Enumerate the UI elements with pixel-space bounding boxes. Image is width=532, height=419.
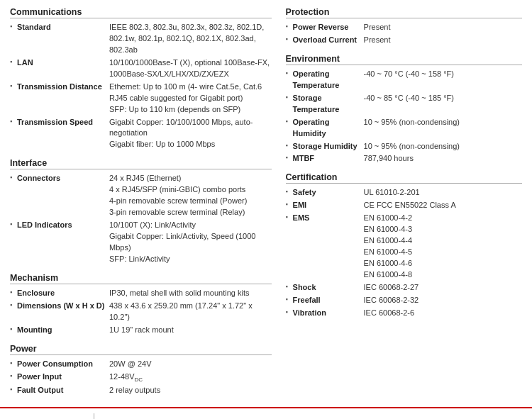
storage-temp-value: -40 ~ 85 °C (-40 ~ 185 °F) [364,92,522,116]
mechanism-table: ▪ Enclosure IP30, metal shell with solid… [10,287,272,337]
bullet: ▪ [286,307,293,320]
row-label: Dimensions (W x H x D) [17,300,109,324]
section-title-power: Power [10,344,272,355]
table-row: ▪ Enclosure IP30, metal shell with solid… [10,287,272,300]
table-row: ▪ Transmission Distance Ethernet: Up to … [10,81,272,116]
safety-label: Safety [293,186,364,199]
table-row: ▪ Standard IEEE 802.3, 802.3u, 802.3x, 8… [10,21,272,57]
operating-temp-label: Operating Temperature [293,68,364,92]
ems-value: EN 61000-4-2 EN 61000-4-3 EN 61000-4-4 E… [364,212,522,281]
table-row: ▪ Mounting 1U 19" rack mount [10,324,272,337]
row-label: Overload Current [293,34,364,47]
row-value: 438 x 43.6 x 259.20 mm (17.24" x 1.72" x… [109,300,272,324]
section-title-interface: Interface [10,158,272,169]
storage-temp-label: Storage Temperature [293,92,364,116]
operating-humidity-label: Operating Humidity [293,116,364,140]
bullet: ▪ [10,371,17,385]
certification-table: ▪ Safety UL 61010-2-201 ▪ EMI CE FCC EN5… [286,186,522,319]
bullet: ▪ [286,199,293,212]
shock-value: IEC 60068-2-27 [364,281,522,294]
bullet: ▪ [286,212,293,281]
footer-divider [94,413,94,419]
bullet: ▪ [10,287,17,300]
shock-label: Shock [293,281,364,294]
safety-value: UL 61010-2-201 [364,186,522,199]
table-row: ▪ Vibration IEC 60068-2-6 [286,307,522,320]
table-row: ▪ Overload Current Present [286,34,522,47]
table-row: ▪ Power Input 12-48VDC [10,371,272,385]
power-table: ▪ Power Consumption 20W @ 24V ▪ Power In… [10,358,272,398]
row-label: Mounting [17,324,109,337]
table-row: ▪ Power Consumption 20W @ 24V [10,358,272,371]
section-title-certification: Certification [286,172,522,184]
bullet: ▪ [10,116,17,152]
row-value: 1U 19" rack mount [109,324,272,337]
fault-output-value: 2 relay outputs [109,384,272,397]
operating-humidity-value: 10 ~ 95% (non-condensing) [364,116,522,140]
row-value: 10/100T (X): Link/Activity Gigabit Coppe… [109,219,272,266]
power-consumption-label: Power Consumption [17,358,109,371]
row-value: Present [364,34,522,47]
freefall-value: IEC 60068-2-32 [364,294,522,307]
bullet: ▪ [10,219,17,266]
row-label: Enclosure [17,287,109,300]
bullet: ▪ [286,140,293,153]
bullet: ▪ [286,92,293,116]
storage-humidity-label: Storage Humidity [293,140,364,153]
mtbf-value: 787,940 hours [364,152,522,165]
bullet: ▪ [286,116,293,140]
bullet: ▪ [10,172,17,219]
bullet: ▪ [10,300,17,324]
power-input-sub: DC [134,376,143,383]
row-label: Power Reverse [293,21,364,34]
bullet: ▪ [286,281,293,294]
bullet: ▪ [10,384,17,397]
operating-temp-value: -40 ~ 70 °C (-40 ~ 158 °F) [364,68,522,92]
bullet: ▪ [286,34,293,47]
emi-label: EMI [293,199,364,212]
row-value: 24 x RJ45 (Ethernet) 4 x RJ45/SFP (mini-… [109,172,272,219]
power-input-label: Power Input [17,371,109,385]
bullet: ▪ [286,186,293,199]
row-value: Gigabit Copper: 10/100/1000 Mbps, auto-n… [109,116,272,152]
table-row: ▪ Storage Humidity 10 ~ 95% (non-condens… [286,140,522,153]
table-row: ▪ EMS EN 61000-4-2 EN 61000-4-3 EN 61000… [286,212,522,281]
ems-label: EMS [293,212,364,281]
row-value: IEEE 802.3, 802.3u, 802.3x, 802.3z, 802.… [109,21,272,57]
bullet: ▪ [286,152,293,165]
table-row: ▪ Dimensions (W x H x D) 438 x 43.6 x 25… [10,300,272,324]
table-row: ▪ Operating Temperature -40 ~ 70 °C (-40… [286,68,522,92]
row-label: LAN [17,57,109,81]
bullet: ▪ [286,21,293,34]
storage-humidity-value: 10 ~ 95% (non-condensing) [364,140,522,153]
table-row: ▪ Operating Humidity 10 ~ 95% (non-conde… [286,116,522,140]
table-row: ▪ EMI CE FCC EN55022 Class A [286,199,522,212]
row-value: IP30, metal shell with solid mounting ki… [109,287,272,300]
vibration-value: IEC 60068-2-6 [364,307,522,320]
bullet: ▪ [10,81,17,116]
table-row: ▪ LAN 10/100/1000Base-T (X), optional 10… [10,57,272,81]
section-title-protection: Protection [286,7,522,18]
bullet: ▪ [286,68,293,92]
left-column: Communications ▪ Standard IEEE 802.3, 80… [10,7,272,397]
footer: AD▲ANTECH Industrial Ethernet Soultions [0,407,532,419]
row-label: Standard [17,21,109,57]
bullet: ▪ [10,358,17,371]
mtbf-label: MTBF [293,152,364,165]
bullet: ▪ [10,324,17,337]
vibration-label: Vibration [293,307,364,320]
communications-table: ▪ Standard IEEE 802.3, 802.3u, 802.3x, 8… [10,21,272,151]
protection-table: ▪ Power Reverse Present ▪ Overload Curre… [286,21,522,47]
row-value: 10/100/1000Base-T (X), optional 100Base-… [109,57,272,81]
emi-value: CE FCC EN55022 Class A [364,199,522,212]
table-row: ▪ Shock IEC 60068-2-27 [286,281,522,294]
row-label: Transmission Speed [17,116,109,152]
right-column: Protection ▪ Power Reverse Present ▪ Ove… [286,7,522,397]
fault-output-label: Fault Output [17,384,109,397]
table-row: ▪ Freefall IEC 60068-2-32 [286,294,522,307]
table-row: ▪ Connectors 24 x RJ45 (Ethernet) 4 x RJ… [10,172,272,219]
power-consumption-value: 20W @ 24V [109,358,272,371]
row-label: LED Indicators [17,219,109,266]
table-row: ▪ LED Indicators 10/100T (X): Link/Activ… [10,219,272,266]
table-row: ▪ Fault Output 2 relay outputs [10,384,272,397]
